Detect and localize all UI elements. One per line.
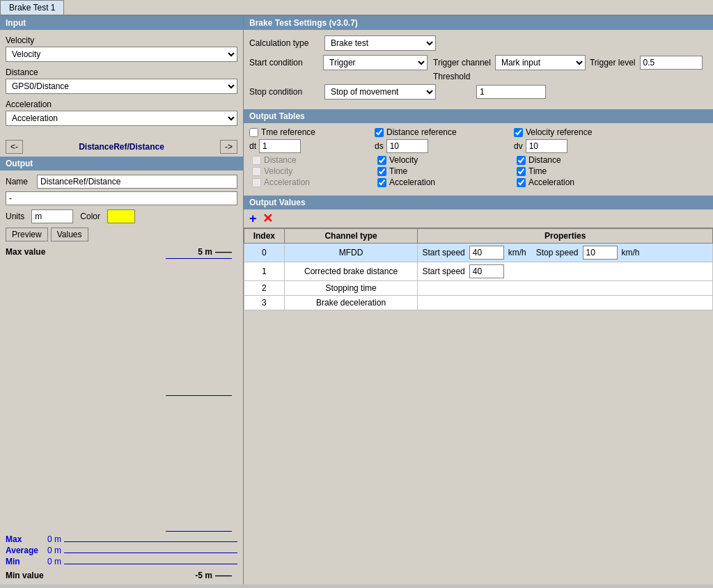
name-input[interactable] bbox=[37, 175, 237, 189]
start-speed-input-1[interactable] bbox=[469, 264, 504, 278]
row-channel-type: Stopping time bbox=[284, 281, 418, 296]
table-row[interactable]: 1 Corrected brake distance Start speed bbox=[244, 262, 713, 281]
row-index: 1 bbox=[244, 262, 285, 281]
nav-right-button[interactable]: -> bbox=[220, 140, 237, 154]
row-properties: Start speed km/h Stop speed km/h bbox=[418, 244, 713, 262]
min-value: -5 m bbox=[195, 571, 212, 580]
dist-acceleration-checkbox[interactable] bbox=[377, 178, 386, 187]
nav-text: DistanceRef/Distance bbox=[23, 142, 220, 152]
vel-acceleration-label: Acceleration bbox=[528, 177, 574, 187]
units-label: Units bbox=[6, 212, 24, 221]
dv-input[interactable] bbox=[526, 139, 567, 153]
max-stat-label: Max bbox=[6, 534, 47, 544]
vel-time-label: Time bbox=[528, 166, 547, 176]
output-values-header: Output Values bbox=[244, 196, 713, 209]
distance-select[interactable]: GPS0/Distance bbox=[6, 79, 237, 94]
output-tables-header: Output Tables bbox=[244, 109, 713, 123]
stop-condition-select[interactable]: Stop of movement bbox=[324, 84, 436, 100]
output-values-table: Index Channel type Properties 0 MFDD Sta… bbox=[244, 228, 713, 310]
dt-label: dt bbox=[249, 141, 256, 151]
input-header: Input bbox=[0, 16, 243, 30]
acceleration-label: Acceleration bbox=[6, 100, 237, 109]
vel-time-checkbox[interactable] bbox=[517, 167, 526, 176]
name-label: Name bbox=[6, 177, 37, 186]
dist-ref-checkbox[interactable] bbox=[375, 128, 384, 137]
dist-velocity-label: Velocity bbox=[389, 155, 418, 165]
dv-label: dv bbox=[514, 141, 523, 151]
calc-type-select[interactable]: Brake test bbox=[324, 35, 436, 51]
tme-velocity-checkbox bbox=[252, 167, 261, 176]
row-properties: Start speed bbox=[418, 262, 713, 281]
start-condition-label: Start condition bbox=[249, 58, 319, 67]
trigger-level-input[interactable] bbox=[640, 56, 703, 70]
dist-time-label: Time bbox=[389, 166, 407, 176]
dist-acceleration-label: Acceleration bbox=[389, 177, 435, 187]
dt-input[interactable] bbox=[259, 139, 301, 153]
avg-stat-label: Average bbox=[6, 546, 47, 555]
desc-input[interactable] bbox=[6, 191, 237, 205]
add-row-button[interactable]: + bbox=[249, 212, 257, 225]
ds-label: ds bbox=[375, 141, 384, 151]
calc-type-label: Calculation type bbox=[249, 38, 319, 48]
ds-input[interactable] bbox=[386, 139, 428, 153]
delete-row-button[interactable]: ✕ bbox=[263, 212, 273, 225]
tme-ref-checkbox[interactable] bbox=[249, 128, 258, 137]
row-index: 2 bbox=[244, 281, 285, 296]
settings-header: Brake Test Settings (v3.0.7) bbox=[244, 16, 713, 30]
start-speed-input-0[interactable] bbox=[469, 246, 504, 260]
tme-acceleration-checkbox bbox=[252, 178, 261, 187]
brake-test-tab[interactable]: Brake Test 1 bbox=[0, 0, 64, 15]
channel-type-header: Channel type bbox=[284, 229, 418, 244]
avg-stat-value: 0 m bbox=[47, 546, 61, 555]
dist-ref-label: Distance reference bbox=[386, 127, 457, 137]
table-row[interactable]: 3 Brake deceleration bbox=[244, 296, 713, 310]
tme-ref-label: Tme reference bbox=[261, 127, 315, 137]
min-stat-label: Min bbox=[6, 557, 47, 566]
vel-acceleration-checkbox[interactable] bbox=[517, 178, 526, 187]
trigger-channel-label: Trigger channel bbox=[433, 58, 491, 67]
vel-distance-label: Distance bbox=[528, 155, 561, 165]
properties-header: Properties bbox=[418, 229, 713, 244]
nav-left-button[interactable]: <- bbox=[6, 140, 23, 154]
trigger-level-label: Trigger level bbox=[590, 58, 636, 67]
threshold-input[interactable] bbox=[476, 85, 546, 99]
max-stat-value: 0 m bbox=[47, 534, 61, 544]
row-index: 0 bbox=[244, 244, 285, 262]
row-channel-type: MFDD bbox=[284, 244, 418, 262]
min-stat-value: 0 m bbox=[47, 557, 61, 566]
tme-acceleration-label: Acceleration bbox=[264, 177, 310, 187]
row-properties bbox=[418, 281, 713, 296]
velocity-label: Velocity bbox=[6, 35, 237, 45]
row-channel-type: Brake deceleration bbox=[284, 296, 418, 310]
stop-condition-label: Stop condition bbox=[249, 87, 319, 97]
units-input[interactable] bbox=[31, 209, 73, 223]
start-condition-select[interactable]: Trigger bbox=[323, 55, 428, 70]
vel-ref-checkbox[interactable] bbox=[514, 128, 523, 137]
row-channel-type: Corrected brake distance bbox=[284, 262, 418, 281]
tme-distance-label: Distance bbox=[264, 155, 297, 165]
vel-ref-label: Velocity reference bbox=[526, 127, 592, 137]
row-properties bbox=[418, 296, 713, 310]
acceleration-select[interactable]: Acceleration bbox=[6, 111, 237, 126]
output-header: Output bbox=[0, 157, 243, 170]
threshold-label: Threshold bbox=[433, 72, 470, 81]
color-picker[interactable] bbox=[107, 209, 135, 223]
trigger-channel-select[interactable]: Mark input bbox=[495, 55, 586, 70]
max-value: 5 m bbox=[198, 247, 212, 257]
color-label: Color bbox=[80, 212, 100, 221]
stop-speed-input-0[interactable] bbox=[583, 246, 618, 260]
tme-velocity-label: Velocity bbox=[264, 166, 292, 176]
table-row[interactable]: 2 Stopping time bbox=[244, 281, 713, 296]
max-value-label: Max value bbox=[6, 247, 198, 257]
min-value-label: Min value bbox=[6, 571, 195, 580]
values-button[interactable]: Values bbox=[51, 228, 88, 241]
dist-velocity-checkbox[interactable] bbox=[377, 156, 386, 165]
preview-button[interactable]: Preview bbox=[6, 228, 48, 241]
velocity-select[interactable]: Velocity bbox=[6, 47, 237, 62]
table-row[interactable]: 0 MFDD Start speed km/h Stop speed km/h bbox=[244, 244, 713, 262]
dist-time-checkbox[interactable] bbox=[377, 167, 386, 176]
index-header: Index bbox=[244, 229, 285, 244]
vel-distance-checkbox[interactable] bbox=[517, 156, 526, 165]
row-index: 3 bbox=[244, 296, 285, 310]
distance-label: Distance bbox=[6, 67, 237, 77]
